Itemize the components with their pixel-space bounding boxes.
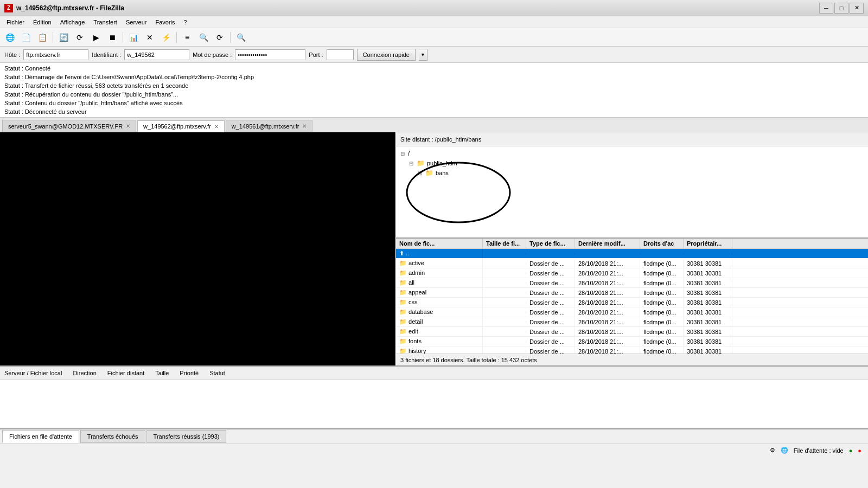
status-line-4: Statut : Récupération du contenu du doss… — [4, 90, 864, 99]
file-size-cell — [483, 262, 526, 265]
file-owner-cell: 30381 30381 — [684, 318, 732, 326]
col-header-type[interactable]: Type de fic... — [526, 239, 575, 248]
status-line-6: Statut : Déconnecté du serveur — [4, 107, 864, 116]
toolbar-btn-9[interactable]: ✕ — [142, 30, 157, 44]
file-rights-cell — [640, 253, 684, 255]
status-indicator-2: ● — [858, 447, 861, 454]
table-row[interactable]: 📁 edit Dossier de ... 28/10/2018 21:... … — [396, 327, 868, 337]
menu-serveur[interactable]: Serveur — [122, 18, 151, 27]
file-date-cell: 28/10/2018 21:... — [575, 298, 640, 307]
toolbar-btn-4[interactable]: 🔄 — [56, 30, 71, 44]
close-button[interactable]: ✕ — [850, 3, 864, 14]
toolbar-btn-10[interactable]: ⚡ — [158, 30, 174, 44]
table-row[interactable]: 📁 detail Dossier de ... 28/10/2018 21:..… — [396, 317, 868, 327]
window-title: w_149562@ftp.mtxserv.fr - FileZilla — [16, 4, 124, 12]
app-icon: Z — [4, 4, 13, 12]
table-row[interactable]: 📁 fonts Dossier de ... 28/10/2018 21:...… — [396, 337, 868, 346]
table-row[interactable]: 📁 admin Dossier de ... 28/10/2018 21:...… — [396, 268, 868, 278]
ident-label: Identifiant : — [92, 52, 121, 58]
queue-status-label: File d'attente : vide — [794, 447, 844, 454]
file-owner-cell: 30381 30381 — [684, 347, 732, 354]
table-row[interactable]: 📁 all Dossier de ... 28/10/2018 21:... f… — [396, 278, 868, 288]
file-name-cell: 📁 edit — [396, 327, 483, 336]
tree-item-public-htlm[interactable]: ⊟ 📁 public_htlm — [398, 158, 866, 168]
table-row[interactable]: 📁 css Dossier de ... 28/10/2018 21:... f… — [396, 298, 868, 307]
col-header-rights[interactable]: Droits d'ac — [640, 239, 684, 248]
queue-tab-failed[interactable]: Transferts échoués — [80, 430, 145, 443]
table-row[interactable]: 📁 database Dossier de ... 28/10/2018 21:… — [396, 307, 868, 317]
menu-favoris[interactable]: Favoris — [151, 18, 179, 27]
menu-transfert[interactable]: Transfert — [89, 18, 122, 27]
toolbar-btn-5[interactable]: ⟳ — [72, 30, 87, 44]
gear-icon: ⚙ — [770, 447, 775, 454]
toolbar-btn-13[interactable]: ⟳ — [212, 30, 227, 44]
file-type-cell: Dossier de ... — [526, 308, 575, 317]
menu-fichier[interactable]: Fichier — [2, 18, 29, 27]
tab-2[interactable]: w_149562@ftp.mtxserv.fr ✕ — [137, 120, 225, 132]
tab-3-close[interactable]: ✕ — [302, 123, 307, 129]
connection-bar: Hôte : Identifiant : Mot de passe : Port… — [0, 47, 868, 63]
file-owner-cell: 30381 30381 — [684, 279, 732, 287]
hote-input[interactable] — [23, 49, 88, 60]
file-name-cell: 📁 active — [396, 259, 483, 268]
file-name-cell: 📁 database — [396, 307, 483, 317]
tab-1-close[interactable]: ✕ — [126, 123, 130, 129]
file-date-cell: 28/10/2018 21:... — [575, 337, 640, 346]
folder-icon-public: 📁 — [417, 159, 425, 167]
queue-tab-success[interactable]: Transferts réussis (1993) — [146, 430, 227, 443]
file-list-header: Nom de fic... Taille de fi... Type de fi… — [396, 239, 868, 249]
menu-edition[interactable]: Édition — [29, 18, 56, 27]
menu-bar: Fichier Édition Affichage Transfert Serv… — [0, 16, 868, 28]
identifiant-input[interactable] — [124, 49, 189, 60]
hote-label: Hôte : — [4, 52, 20, 58]
network-icon: 🌐 — [781, 447, 788, 454]
table-row[interactable]: 📁 appeal Dossier de ... 28/10/2018 21:..… — [396, 288, 868, 298]
table-row[interactable]: 📁 active Dossier de ... 28/10/2018 21:..… — [396, 259, 868, 268]
table-row[interactable]: ⬆ .. — [396, 249, 868, 259]
file-date-cell: 28/10/2018 21:... — [575, 288, 640, 297]
tab-2-close[interactable]: ✕ — [214, 124, 219, 130]
maximize-button[interactable]: □ — [834, 3, 848, 14]
tree-item-root[interactable]: ⊟ / — [398, 149, 866, 158]
toolbar-btn-2[interactable]: 📄 — [18, 30, 34, 44]
tab-bar: serveur5_swann@GMOD12.MTXSERV.FR ✕ w_149… — [0, 118, 868, 132]
toolbar-btn-8[interactable]: 📊 — [126, 30, 141, 44]
tree-label-bans: bans — [436, 170, 449, 176]
title-bar: Z w_149562@ftp.mtxserv.fr - FileZilla ─ … — [0, 0, 868, 16]
col-header-name[interactable]: Nom de fic... — [396, 239, 483, 248]
file-date-cell: 28/10/2018 21:... — [575, 328, 640, 336]
tab-3[interactable]: w_149561@ftp.mtxserv.fr ✕ — [226, 120, 313, 132]
table-row[interactable]: 📁 history Dossier de ... 28/10/2018 21:.… — [396, 346, 868, 354]
file-type-cell: Dossier de ... — [526, 279, 575, 287]
status-line-3: Statut : Transfert de fichier réussi, 56… — [4, 81, 864, 90]
connect-button[interactable]: Connexion rapide — [357, 49, 416, 61]
file-rights-cell: flcdmpe (0... — [640, 269, 684, 278]
toolbar-btn-3[interactable]: 📋 — [35, 30, 50, 44]
connect-dropdown[interactable]: ▼ — [419, 49, 427, 61]
queue-tab-active[interactable]: Fichiers en file d'attente — [2, 430, 79, 443]
file-owner-cell: 30381 30381 — [684, 288, 732, 297]
file-name-cell: 📁 admin — [396, 268, 483, 278]
toolbar-btn-11[interactable]: ≡ — [180, 30, 195, 44]
tree-item-bans[interactable]: ⊞ 📁 bans — [398, 168, 866, 178]
file-list-panel: Nom de fic... Taille de fi... Type de fi… — [396, 239, 868, 354]
col-header-size[interactable]: Taille de fi... — [483, 239, 526, 248]
minimize-button[interactable]: ─ — [819, 3, 833, 14]
menu-affichage[interactable]: Affichage — [56, 18, 90, 27]
file-size-cell — [483, 301, 526, 304]
toolbar-btn-7[interactable]: ⏹ — [105, 30, 120, 44]
tab-1[interactable]: serveur5_swann@GMOD12.MTXSERV.FR ✕ — [2, 120, 136, 132]
col-header-date[interactable]: Dernière modif... — [575, 239, 640, 248]
file-rights-cell: flcdmpe (0... — [640, 328, 684, 336]
file-date-cell: 28/10/2018 21:... — [575, 259, 640, 268]
tree-label-public: public_htlm — [427, 160, 457, 166]
col-header-owner[interactable]: Propriétair... — [684, 239, 732, 248]
toolbar-btn-14[interactable]: 🔍 — [233, 30, 248, 44]
toolbar-btn-1[interactable]: 🌐 — [2, 30, 17, 44]
toolbar-btn-12[interactable]: 🔍 — [196, 30, 211, 44]
toolbar-btn-6[interactable]: ▶ — [88, 30, 104, 44]
password-input[interactable] — [235, 49, 305, 60]
menu-help[interactable]: ? — [180, 18, 192, 27]
file-rights-cell: flcdmpe (0... — [640, 298, 684, 307]
port-input[interactable] — [327, 49, 354, 60]
